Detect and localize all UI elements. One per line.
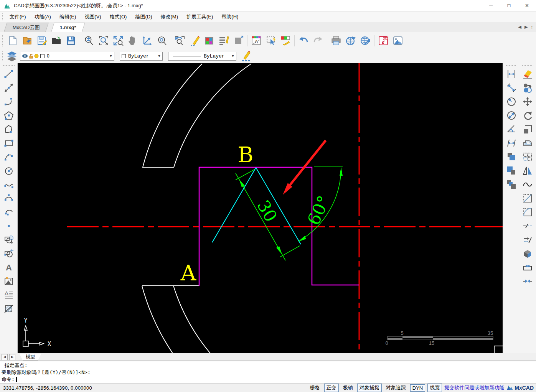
- dim-angle-label[interactable]: 60°: [303, 193, 334, 228]
- layout-next-button[interactable]: ▶: [9, 354, 15, 360]
- tab-expand-icon[interactable]: ↕: [531, 25, 533, 30]
- break-tool[interactable]: [521, 219, 534, 233]
- sketch-pencil-button[interactable]: [187, 33, 202, 48]
- dim-radius-tool[interactable]: [505, 95, 518, 109]
- polygon-filled-tool[interactable]: [2, 109, 15, 122]
- spline-tool[interactable]: [2, 178, 15, 191]
- explode-tool[interactable]: [521, 247, 534, 260]
- ring-outline[interactable]: [142, 64, 251, 353]
- ucs-axes-button[interactable]: [140, 33, 155, 48]
- menu-draw[interactable]: 绘图(D): [131, 12, 156, 22]
- scale-squares-tool[interactable]: [505, 164, 518, 178]
- dim-length-label[interactable]: 30: [253, 197, 281, 225]
- ring-top-band[interactable]: [143, 64, 251, 167]
- match-properties-button[interactable]: [278, 33, 293, 48]
- construction-line-tool[interactable]: [2, 81, 15, 95]
- move-tool[interactable]: [521, 95, 534, 109]
- web-upload-button[interactable]: [358, 33, 373, 48]
- rectangle-tool[interactable]: [2, 136, 15, 150]
- redo-button[interactable]: [311, 33, 325, 48]
- menu-edit[interactable]: 编辑(E): [55, 12, 80, 22]
- open-folder-button[interactable]: [49, 33, 64, 48]
- quick-select-button[interactable]: [264, 33, 278, 48]
- toggle-osnap[interactable]: 对象捕捉: [357, 384, 382, 392]
- toggle-grid[interactable]: 栅格: [308, 384, 322, 392]
- export-image-button[interactable]: [391, 33, 405, 48]
- point-label-b[interactable]: B: [237, 142, 253, 167]
- zoom-center-button[interactable]: [155, 33, 169, 48]
- dim-diameter-tool[interactable]: [505, 109, 518, 122]
- command-prompt-row[interactable]: 命令:: [2, 376, 534, 383]
- zoom-extents-button[interactable]: [111, 33, 125, 48]
- layer-stack-icon[interactable]: [5, 49, 18, 63]
- command-line-panel[interactable]: 指定基点: 要删除源对象吗？[是(Y)/否(N)]<N>: 命令:: [0, 361, 536, 383]
- mtext-tool[interactable]: A: [2, 288, 15, 302]
- tab-1mxg[interactable]: 1.mxg*: [51, 23, 85, 32]
- save-button[interactable]: [35, 33, 49, 48]
- tab-mxcad-cloud[interactable]: MxCAD云图: [4, 23, 49, 32]
- color-dropdown-arrow[interactable]: ▼: [156, 54, 162, 58]
- dim-aligned-tool[interactable]: [505, 81, 518, 95]
- pan-button[interactable]: [125, 33, 140, 48]
- toggle-dyn[interactable]: DYN: [410, 384, 425, 392]
- zoom-window-button[interactable]: [96, 33, 111, 48]
- offset-tool[interactable]: [521, 136, 534, 150]
- point-label-a[interactable]: A: [180, 260, 196, 285]
- circle-tool[interactable]: [2, 164, 15, 178]
- publish-web-button[interactable]: [343, 33, 358, 48]
- fillet-tool[interactable]: [521, 205, 534, 219]
- rotate-tool[interactable]: [521, 109, 534, 122]
- model-tab[interactable]: 模型: [19, 354, 41, 361]
- zoom-previous-button[interactable]: [173, 33, 187, 48]
- linetype-select[interactable]: ByLayer ▼: [168, 52, 236, 61]
- mirror-tool[interactable]: [521, 164, 534, 178]
- dim-angular-tool[interactable]: [505, 122, 518, 136]
- centerlines[interactable]: [67, 63, 503, 352]
- menu-express-tools[interactable]: 扩展工具(E): [182, 12, 217, 22]
- point-tool[interactable]: [2, 219, 15, 233]
- export-pdf-button[interactable]: PDF: [376, 33, 391, 48]
- open-import-button[interactable]: [20, 33, 35, 48]
- break-at-point-tool[interactable]: [521, 233, 534, 247]
- create-block-tool[interactable]: [2, 247, 15, 260]
- toggle-otrack[interactable]: 对象追踪: [384, 384, 408, 392]
- hatch-tool[interactable]: [2, 302, 15, 316]
- menu-function[interactable]: 功能(A): [30, 12, 55, 22]
- tab-scroll-left-icon[interactable]: ◀: [518, 25, 521, 30]
- feedback-link[interactable]: 提交软件问题或增加新功能: [444, 384, 504, 391]
- minimize-button[interactable]: ─: [482, 0, 500, 11]
- toggle-ortho[interactable]: 正交: [324, 384, 339, 392]
- stretch-squares-tool[interactable]: [505, 178, 518, 191]
- undo-button[interactable]: [296, 33, 311, 48]
- zoom-scale-button[interactable]: [82, 33, 96, 48]
- polygon-tool[interactable]: [2, 122, 15, 136]
- layer-manager-button[interactable]: A: [249, 33, 264, 48]
- text-tool[interactable]: A: [2, 260, 15, 274]
- menu-help[interactable]: 帮助(H): [217, 12, 242, 22]
- save-as-button[interactable]: [64, 33, 78, 48]
- array-tool[interactable]: [521, 150, 534, 164]
- spline-curve-tool[interactable]: [521, 178, 534, 191]
- line-tool[interactable]: [2, 67, 15, 81]
- linetype-dropdown-arrow[interactable]: ▼: [230, 54, 236, 58]
- ellipse-arc-tool[interactable]: [2, 205, 15, 219]
- drawing-canvas[interactable]: 30 60° B A Y X: [18, 63, 503, 353]
- construction-line-left[interactable]: [212, 168, 256, 242]
- menu-file[interactable]: 文件(F): [5, 12, 30, 22]
- ellipse-tool[interactable]: [2, 191, 15, 205]
- layer-dropdown-arrow[interactable]: ▼: [108, 54, 114, 58]
- toggle-polar[interactable]: 极轴: [341, 384, 355, 392]
- ring-bottom-outer-arc[interactable]: [142, 286, 173, 353]
- new-file-button[interactable]: [5, 33, 20, 48]
- menu-modify[interactable]: 修改(M): [156, 12, 182, 22]
- copy-tool[interactable]: [521, 81, 534, 95]
- image-tool[interactable]: [2, 274, 15, 288]
- close-button[interactable]: ✕: [518, 0, 536, 11]
- color-palette-button[interactable]: [202, 33, 216, 48]
- maximize-button[interactable]: □: [500, 0, 518, 11]
- dim-continue-tool[interactable]: [505, 136, 518, 150]
- pedit-tool[interactable]: [521, 260, 534, 274]
- menu-format[interactable]: 格式(O): [106, 12, 131, 22]
- stretch-tool[interactable]: [521, 122, 534, 136]
- arc-tool[interactable]: [2, 150, 15, 164]
